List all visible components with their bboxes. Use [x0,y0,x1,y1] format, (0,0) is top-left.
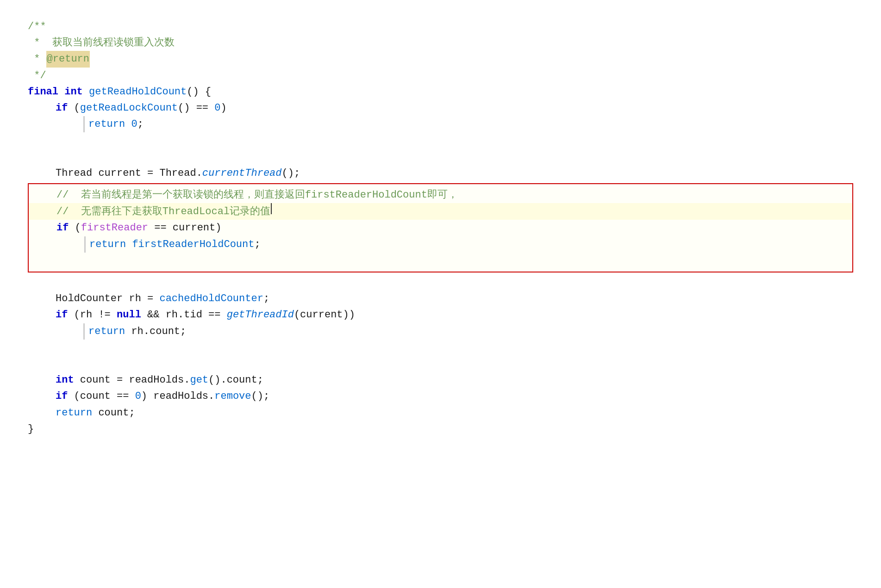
return-rh-count: return rh.count; [28,323,853,340]
empty-line-5 [28,356,853,372]
method-signature: final int getReadHoldCount () { [28,84,853,100]
code-container: /** * 获取当前线程读锁重入次数 * @return */ final in… [28,19,853,437]
text-cursor [271,203,272,214]
return-firstreader-holdcount: return firstReaderHoldCount ; [29,236,852,253]
if-firstreader: if ( firstReader == current ) [29,220,852,236]
javadoc-return-tag: @return [46,51,90,67]
return-zero: return 0 ; [28,116,853,132]
if-readlockcount: if (getReadLockCount() == 0) [28,100,853,116]
if-count-zero: if (count == 0 ) readHolds. remove (); [28,388,853,404]
closing-brace: } [28,421,853,437]
thread-current: Thread current = Thread.currentThread(); [28,165,853,181]
vertical-bar-2 [84,236,86,253]
javadoc-line1: * 获取当前线程读锁重入次数 [28,35,853,51]
empty-line-1 [28,132,853,149]
if-rh-check: if (rh != null && rh.tid == getThreadId … [28,307,853,323]
vertical-bar-1 [83,116,85,132]
javadoc-close: */ [28,68,853,84]
return-count: return count ; [28,405,853,421]
int-count-line: int count = readHolds. get ().count; [28,372,853,388]
vertical-bar-3 [83,323,85,340]
comment-line-1: // 若当前线程是第一个获取读锁的线程，则直接返回firstReaderHold… [29,187,852,203]
comment-line-2: // 无需再往下走获取ThreadLocal记录的值 [29,203,852,220]
empty-line-box [29,253,852,269]
highlighted-section: // 若当前线程是第一个获取读锁的线程，则直接返回firstReaderHold… [28,183,853,272]
empty-line-3 [28,274,853,291]
holdcounter-line: HoldCounter rh = cachedHoldCounter; [28,291,853,307]
empty-line-2 [28,149,853,165]
empty-line-4 [28,340,853,356]
javadoc-open: /** [28,19,853,35]
javadoc-line2: * @return [28,51,853,67]
